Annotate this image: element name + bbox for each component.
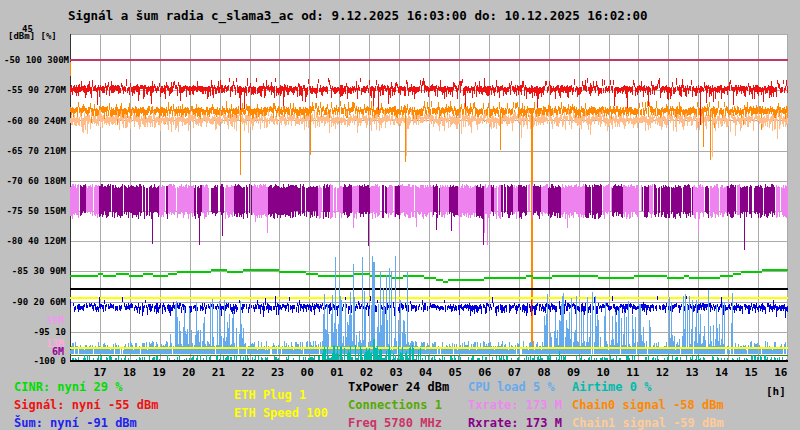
y-axis-label: -75 50 150M: [4, 206, 66, 216]
x-axis-hour-label: 12: [649, 367, 675, 379]
x-axis-hour-label: 11: [620, 367, 646, 379]
y-axis-label: -100 0: [4, 356, 66, 366]
y-axis-label: -70 60 180M: [4, 176, 66, 186]
graph-page: { "title": "Signál a šum radia c_slama3_…: [0, 0, 800, 430]
y-axis-label: -90 20 60M: [4, 297, 66, 307]
y-axis-label: -50 100 300M: [4, 55, 66, 65]
x-axis-hour-label: 04: [413, 367, 439, 379]
legend-item-sum: Šum: nyní -91 dBm: [14, 417, 137, 430]
x-axis-hour-label: 03: [383, 367, 409, 379]
legend-item-chain0: Chain0 signal -58 dBm: [572, 399, 724, 412]
y-axis-label: -65 70 210M: [4, 146, 66, 156]
x-axis-hour-label: 08: [531, 367, 557, 379]
rate-marker-label: 39M: [2, 316, 64, 326]
x-axis-hour-label: 00: [294, 367, 320, 379]
y-axis-label: -80 40 120M: [4, 236, 66, 246]
page-title: Signál a šum radia c_slama3_ac od: 9.12.…: [68, 8, 647, 23]
y-axis-label: -85 30 90M: [4, 266, 66, 276]
legend-item-connections: Connections 1: [348, 399, 442, 412]
x-axis-hour-label: 14: [709, 367, 735, 379]
x-axis-hour-label: 19: [146, 367, 172, 379]
legend-item-cpu-load: CPU load 5 %: [468, 381, 555, 394]
legend-item-chain1: Chain1 signal -59 dBm: [572, 417, 724, 430]
rate-marker-label: 6M: [2, 347, 64, 357]
x-axis-unit-label: [h]: [766, 385, 786, 398]
legend-item-txrate: Txrate: 173 M: [468, 399, 562, 412]
y-axis-top-value: 45: [22, 24, 33, 34]
legend-item-signal: Signál: nyní -55 dBm: [14, 399, 159, 412]
y-axis-label: -95 10: [4, 327, 66, 337]
legend-item-freq: Freq 5780 MHz: [348, 417, 442, 430]
x-axis-hour-label: 23: [265, 367, 291, 379]
x-axis-hour-label: 21: [205, 367, 231, 379]
x-axis-hour-label: 05: [442, 367, 468, 379]
legend-item-airtime: Airtime 0 %: [572, 381, 651, 394]
x-axis-hour-label: 18: [117, 367, 143, 379]
legend-item-txpower: TxPower 24 dBm: [348, 381, 449, 394]
x-axis-hour-label: 16: [768, 367, 794, 379]
signal-noise-chart: [70, 34, 788, 362]
legend-item-rxrate: Rxrate: 173 M: [468, 417, 562, 430]
x-axis-hour-label: 15: [738, 367, 764, 379]
y-axis-label: -60 80 240M: [4, 116, 66, 126]
x-axis-hour-label: 07: [501, 367, 527, 379]
x-axis-hour-label: 02: [353, 367, 379, 379]
legend-item-eth-speed: ETH Speed 100: [234, 407, 328, 420]
x-axis-hour-label: 22: [235, 367, 261, 379]
y-axis-label: -55 90 270M: [4, 85, 66, 95]
x-axis-hour-label: 09: [561, 367, 587, 379]
x-axis-hour-label: 10: [590, 367, 616, 379]
legend-item-eth-plug: ETH Plug 1: [234, 389, 306, 402]
x-axis-hour-label: 06: [472, 367, 498, 379]
x-axis-hour-label: 01: [324, 367, 350, 379]
x-axis-hour-label: 20: [176, 367, 202, 379]
x-axis-hour-label: 13: [679, 367, 705, 379]
legend-item-cinr: CINR: nyní 29 %: [14, 381, 122, 394]
x-axis-hour-label: 17: [87, 367, 113, 379]
